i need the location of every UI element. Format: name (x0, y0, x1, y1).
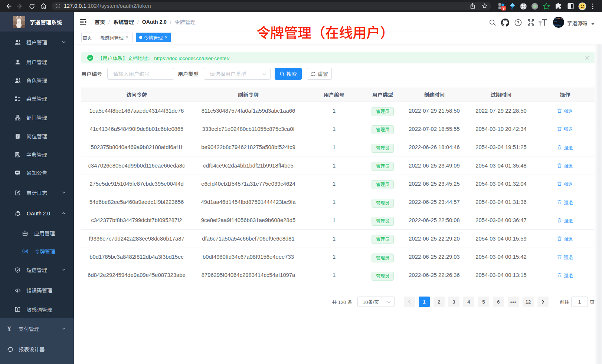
svg-text:a: a (24, 250, 26, 253)
svg-text:9: 9 (503, 6, 505, 10)
svg-text:?: ? (517, 20, 519, 25)
